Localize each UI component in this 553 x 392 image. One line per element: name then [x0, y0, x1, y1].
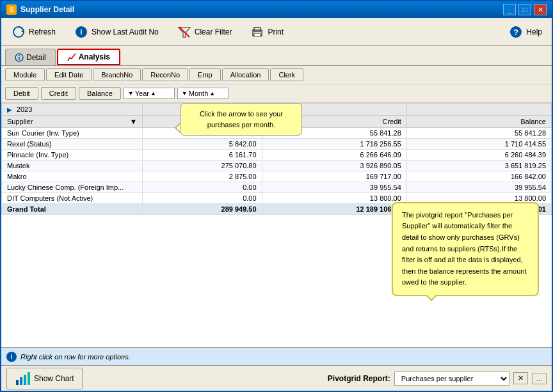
help-label: Help: [526, 27, 542, 36]
year-expand-arrow[interactable]: ▶: [7, 106, 14, 113]
print-icon: [250, 24, 265, 40]
balance-value: 55 841.28: [406, 128, 551, 139]
pivot-debit[interactable]: Debit: [5, 87, 38, 100]
grand-total-debit: 289 949.50: [143, 204, 262, 215]
clear-filter-icon: [177, 24, 192, 40]
status-bar: i Right click on row for more options.: [1, 347, 552, 365]
pivotgrid-x-button[interactable]: ✕: [513, 372, 528, 384]
filter-reconno[interactable]: ReconNo: [142, 68, 188, 81]
supplier-name: Makro: [2, 171, 143, 182]
year-dropdown-arrow: ▼: [128, 90, 134, 97]
analysis-tab-icon: [67, 52, 76, 61]
balance-value: 6 260 484.39: [406, 150, 551, 161]
table-row[interactable]: Mustek 275 070.80 3 926 890.05 3 651 819…: [2, 161, 552, 171]
help-button[interactable]: ? Help: [502, 22, 548, 42]
tab-detail-label: Detail: [26, 53, 46, 62]
tab-analysis[interactable]: Analysis: [57, 49, 120, 65]
table-container: Click the arrow to see your purchases pe…: [1, 103, 552, 347]
pivotgrid-label: Pivotgrid Report:: [328, 374, 390, 383]
col-year: ▶ 2023: [2, 104, 143, 116]
pivotgrid-more-button[interactable]: ...: [532, 373, 547, 384]
filter-module[interactable]: Module: [5, 68, 45, 81]
status-text: Right click on row for more options.: [20, 353, 131, 361]
balance-value: 39 955.54: [406, 182, 551, 193]
filter-branchno[interactable]: BranchNo: [93, 68, 141, 81]
big-tooltip: The pivotgrid report "Purchases per Supp…: [392, 202, 539, 296]
month-dropdown-arrow2: ▲: [209, 90, 215, 97]
credit-value: 3 926 890.05: [262, 161, 406, 171]
pivot-balance[interactable]: Balance: [79, 87, 121, 100]
debit-value: 6 161.70: [143, 150, 262, 161]
supplier-name: Mustek: [2, 161, 143, 171]
big-tooltip-text: The pivotgrid report "Purchases per Supp…: [402, 211, 526, 286]
year-dropdown[interactable]: ▼ Year ▲: [124, 88, 175, 99]
col-balance-header: [406, 104, 551, 116]
help-icon: ?: [508, 24, 524, 40]
show-chart-label: Show Chart: [34, 374, 74, 383]
svg-text:i: i: [80, 27, 82, 36]
month-dropdown-arrow: ▼: [182, 90, 188, 97]
balance-value: 3 651 819.25: [406, 161, 551, 171]
show-chart-button[interactable]: Show Chart: [6, 368, 83, 389]
toolbar: Refresh i Show Last Audit No Clear Filte…: [1, 18, 552, 46]
svg-rect-14: [16, 380, 19, 385]
supplier-name: Lucky Chinese Comp. (Foreign Imp...: [2, 182, 143, 193]
grand-total-label: Grand Total: [2, 204, 143, 215]
month-dropdown-label: Month: [189, 90, 209, 97]
debit-value: 2 875.00: [143, 171, 262, 182]
tab-analysis-label: Analysis: [79, 52, 110, 61]
clear-filter-button[interactable]: Clear Filter: [171, 22, 238, 42]
tabs-area: Detail Analysis: [1, 46, 552, 66]
year-dropdown-arrow2: ▲: [150, 90, 156, 97]
svg-rect-8: [254, 33, 260, 36]
table-row[interactable]: Pinnacle (Inv. Type) 6 161.70 6 266 646.…: [2, 150, 552, 161]
pivotgrid-area: Pivotgrid Report: Purchases per supplier…: [328, 372, 547, 386]
svg-text:?: ?: [513, 27, 518, 37]
main-content: Module Edit Date BranchNo ReconNo Emp Al…: [1, 66, 552, 365]
supplier-name: DIT Computers (Not Active): [2, 193, 143, 204]
table-row[interactable]: Rexel (Status) 5 842.00 1 716 256.55 1 7…: [2, 139, 552, 150]
minimize-button[interactable]: _: [503, 4, 516, 15]
credit-value: 169 717.00: [262, 171, 406, 182]
pivot-credit[interactable]: Credit: [41, 87, 76, 100]
table-row[interactable]: Lucky Chinese Comp. (Foreign Imp... 0.00…: [2, 182, 552, 193]
small-tooltip: Click the arrow to see your purchases pe…: [180, 103, 302, 136]
pivot-controls: Debit Credit Balance ▼ Year ▲ ▼ Month ▲: [1, 84, 552, 103]
table-row[interactable]: Makro 2 875.00 169 717.00 166 842.00: [2, 171, 552, 182]
balance-value: 166 842.00: [406, 171, 551, 182]
debit-value: 5 842.00: [143, 139, 262, 150]
supplier-detail-window: S Supplier Detail _ □ ✕ Refresh i Show L…: [0, 0, 553, 392]
filter-edit-date[interactable]: Edit Date: [46, 68, 92, 81]
chart-icon: [15, 371, 30, 386]
filter-clerk[interactable]: Clerk: [270, 68, 303, 81]
pivotgrid-select[interactable]: Purchases per supplier: [394, 372, 509, 386]
svg-point-12: [19, 55, 20, 56]
supplier-name: Rexel (Status): [2, 139, 143, 150]
clear-filter-label: Clear Filter: [195, 27, 232, 36]
print-button[interactable]: Print: [244, 22, 289, 42]
detail-tab-icon: [15, 53, 24, 62]
svg-rect-17: [28, 372, 30, 385]
supplier-name: Pinnacle (Inv. Type): [2, 150, 143, 161]
close-button[interactable]: ✕: [534, 4, 547, 15]
year-dropdown-label: Year: [135, 90, 149, 97]
refresh-label: Refresh: [29, 27, 56, 36]
filter-row: Module Edit Date BranchNo ReconNo Emp Al…: [1, 66, 552, 84]
maximize-button[interactable]: □: [518, 4, 531, 15]
small-tooltip-text: Click the arrow to see your purchases pe…: [200, 110, 283, 129]
svg-marker-1: [21, 29, 24, 32]
last-audit-button[interactable]: i Show Last Audit No: [68, 22, 164, 42]
refresh-button[interactable]: Refresh: [5, 22, 61, 42]
col-supplier-header[interactable]: Supplier ▼: [2, 116, 143, 128]
tab-detail[interactable]: Detail: [5, 49, 56, 65]
month-dropdown[interactable]: ▼ Month ▲: [177, 88, 228, 99]
status-info-icon: i: [6, 352, 17, 362]
filter-emp[interactable]: Emp: [189, 68, 221, 81]
window-controls: _ □ ✕: [503, 4, 547, 15]
filter-allocation[interactable]: Allocation: [222, 68, 269, 81]
refresh-icon: [11, 24, 26, 40]
debit-value: 0.00: [143, 182, 262, 193]
print-label: Print: [268, 27, 284, 36]
credit-value: 1 716 256.55: [262, 139, 406, 150]
window-title: Supplier Detail: [20, 5, 74, 14]
